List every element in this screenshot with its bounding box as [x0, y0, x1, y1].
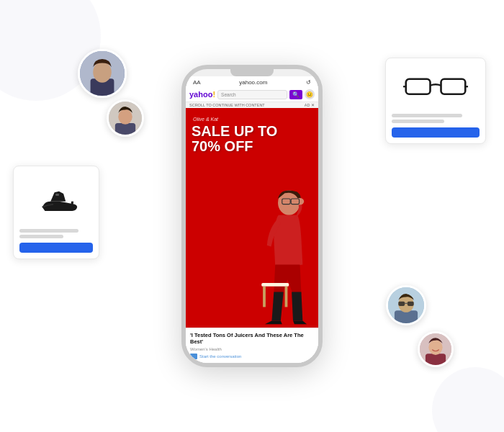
svg-rect-2 — [441, 78, 466, 94]
status-left: AA — [193, 79, 201, 86]
shoe-image-area — [19, 172, 93, 225]
svg-point-15 — [93, 62, 112, 83]
svg-point-18 — [118, 109, 132, 125]
svg-rect-0 — [55, 194, 59, 196]
shoe-line-1 — [19, 229, 78, 233]
svg-rect-26 — [426, 354, 446, 367]
glasses-image-area — [392, 64, 480, 109]
phone-notch — [230, 69, 274, 76]
glasses-product-card — [385, 58, 486, 144]
scene: AA yahoo.com ↺ yahoo! Search 🔍 😐 SCROLL … — [0, 0, 504, 432]
glasses-illustration — [403, 73, 468, 102]
scroll-banner: SCROLL TO CONTINUE WITH CONTENT AD ✕ — [186, 102, 318, 108]
news-source-label: Women's Health — [190, 347, 314, 351]
avatar-woman-left — [107, 99, 144, 137]
news-cta-row[interactable]: Start the conversation — [190, 354, 314, 359]
scroll-text: SCROLL TO CONTINUE WITH CONTENT — [189, 103, 265, 107]
shoe-card-button[interactable] — [19, 243, 93, 253]
svg-rect-20 — [395, 310, 418, 325]
news-cta-text[interactable]: Start the conversation — [199, 354, 241, 359]
avatar-man-top — [78, 49, 127, 98]
glasses-line-1 — [392, 114, 462, 117]
news-section: 'I Tested Tons Of Juicers And These Are … — [186, 328, 318, 364]
phone-status-bar: AA yahoo.com ↺ — [186, 76, 318, 87]
yahoo-logo: yahoo! — [189, 90, 215, 99]
conversation-icon — [190, 354, 197, 359]
svg-point-27 — [428, 340, 442, 355]
status-reload[interactable]: ↺ — [306, 79, 311, 86]
glasses-card-text — [392, 114, 480, 123]
svg-rect-17 — [115, 123, 135, 137]
shoe-card-text — [19, 229, 93, 238]
search-input[interactable]: Search — [217, 90, 287, 99]
svg-rect-12 — [285, 286, 288, 307]
glasses-line-2 — [392, 120, 444, 123]
avatar-smiling-image — [420, 333, 451, 365]
bg-dot-2 — [432, 367, 504, 432]
ad-sale-line1: SALE UP TO — [192, 124, 277, 139]
shoe-product-card — [13, 166, 99, 259]
news-headline: 'I Tested Tons Of Juicers And These Are … — [190, 332, 314, 346]
yahoo-exclamation: ! — [212, 90, 215, 99]
phone-mockup: AA yahoo.com ↺ yahoo! Search 🔍 😐 SCROLL … — [181, 65, 323, 367]
avatar-woman-image — [109, 102, 142, 135]
ad-content: Olive & Kat SALE UP TO 70% OFF — [186, 108, 318, 328]
svg-rect-23 — [408, 302, 414, 306]
svg-rect-10 — [261, 283, 289, 287]
svg-rect-11 — [263, 286, 266, 307]
avatar-woman-sunglasses — [386, 285, 426, 325]
svg-rect-1 — [406, 78, 431, 94]
svg-rect-22 — [398, 302, 405, 306]
avatar-man-image — [80, 51, 125, 96]
shoe-illustration — [31, 179, 81, 218]
phone-screen: AA yahoo.com ↺ yahoo! Search 🔍 😐 SCROLL … — [186, 76, 318, 363]
avatar-woman-smiling — [418, 331, 454, 367]
ad-figure — [239, 184, 318, 328]
ad-brand-name: Olive & Kat — [193, 117, 218, 122]
glasses-card-button[interactable] — [392, 127, 480, 138]
yahoo-toolbar: yahoo! Search 🔍 😐 — [186, 87, 318, 102]
ad-sale-text: SALE UP TO 70% OFF — [192, 124, 277, 154]
search-button[interactable]: 🔍 — [289, 90, 302, 99]
avatar-sunglasses-image — [388, 287, 424, 323]
ad-sale-line2: 70% OFF — [192, 139, 277, 154]
ad-badge: AD ✕ — [305, 103, 315, 107]
user-avatar[interactable]: 😐 — [305, 89, 315, 99]
status-url: yahoo.com — [239, 79, 267, 86]
shoe-line-2 — [19, 235, 63, 238]
